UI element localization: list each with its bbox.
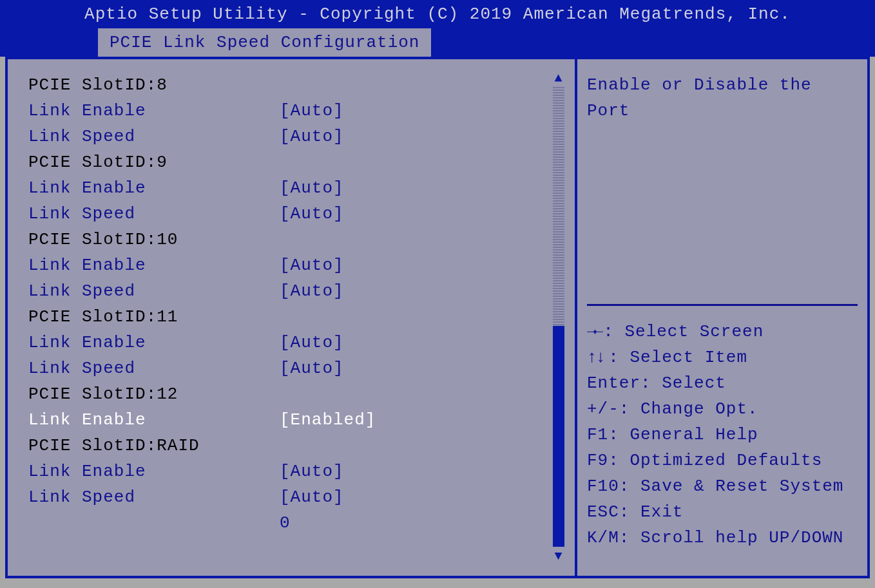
setting-row[interactable]: Link Enable[Auto] bbox=[28, 175, 549, 201]
help-divider bbox=[587, 304, 858, 306]
title-text: Aptio Setup Utility - Copyright (C) 2019… bbox=[84, 5, 791, 24]
setting-value: [Auto] bbox=[280, 256, 344, 275]
setting-label: Link Speed bbox=[28, 488, 280, 507]
main-area: PCIE SlotID:8Link Enable[Auto]Link Speed… bbox=[5, 57, 870, 578]
legend-f10: F10: Save & Reset System bbox=[587, 473, 858, 499]
legend-f1: F1: General Help bbox=[587, 422, 858, 448]
arrows-up-down-icon bbox=[587, 348, 608, 367]
arrows-left-right-icon bbox=[587, 322, 603, 341]
help-text: Enable or Disable the Port bbox=[587, 72, 858, 304]
setting-value: [Auto] bbox=[280, 281, 344, 301]
setting-row[interactable]: Link Enable[Auto] bbox=[28, 252, 549, 278]
setting-label: PCIE SlotID:12 bbox=[28, 384, 280, 404]
settings-panel: PCIE SlotID:8Link Enable[Auto]Link Speed… bbox=[8, 59, 577, 576]
setting-label: Link Enable bbox=[28, 101, 280, 120]
slot-header: PCIE SlotID:10 bbox=[28, 227, 549, 252]
setting-label: Link Speed bbox=[28, 204, 280, 223]
setting-label: PCIE SlotID:11 bbox=[28, 307, 280, 327]
scrollbar[interactable]: ▲ ▼ bbox=[549, 72, 568, 563]
setting-row[interactable]: 0 bbox=[28, 510, 549, 536]
setting-label: PCIE SlotID:9 bbox=[28, 153, 280, 172]
setting-row[interactable]: Link Enable[Auto] bbox=[28, 98, 549, 124]
legend-esc: ESC: Exit bbox=[587, 499, 858, 525]
help-panel: Enable or Disable the Port : Select Scre… bbox=[577, 59, 867, 576]
setting-row[interactable]: Link Speed[Auto] bbox=[28, 278, 549, 304]
setting-row[interactable]: Link Speed[Auto] bbox=[28, 124, 549, 149]
setting-label: Link Enable bbox=[28, 256, 280, 275]
help-line-1: Enable or Disable the bbox=[587, 75, 812, 95]
setting-value: [Enabled] bbox=[280, 410, 376, 430]
setting-value: [Auto] bbox=[280, 204, 344, 223]
setting-row[interactable]: Link Enable[Auto] bbox=[28, 459, 549, 484]
setting-label: Link Speed bbox=[28, 359, 280, 378]
scroll-track[interactable] bbox=[553, 86, 564, 547]
tab-bar: PCIE Link Speed Configuration bbox=[0, 28, 875, 57]
scroll-thumb[interactable] bbox=[553, 326, 564, 547]
tab-label: PCIE Link Speed Configuration bbox=[110, 33, 419, 52]
slot-header: PCIE SlotID:RAID bbox=[28, 433, 549, 459]
setting-row[interactable]: Link Speed[Auto] bbox=[28, 356, 549, 381]
legend-change-opt: +/-: Change Opt. bbox=[587, 396, 858, 422]
legend-select-screen: : Select Screen bbox=[587, 319, 858, 345]
setting-label: Link Enable bbox=[28, 333, 280, 352]
setting-value: [Auto] bbox=[280, 359, 344, 378]
setting-label: PCIE SlotID:10 bbox=[28, 230, 280, 249]
slot-header: PCIE SlotID:12 bbox=[28, 381, 549, 407]
legend-select-item: : Select Item bbox=[587, 345, 858, 370]
setting-label: Link Enable bbox=[28, 462, 280, 481]
title-bar: Aptio Setup Utility - Copyright (C) 2019… bbox=[0, 0, 875, 28]
scroll-down-icon[interactable]: ▼ bbox=[554, 550, 562, 563]
setting-value: 0 bbox=[280, 513, 291, 533]
setting-value: [Auto] bbox=[280, 101, 344, 120]
setting-row[interactable]: Link Speed[Auto] bbox=[28, 484, 549, 510]
setting-label: Link Speed bbox=[28, 127, 280, 146]
setting-value: [Auto] bbox=[280, 127, 344, 146]
setting-value: [Auto] bbox=[280, 488, 344, 507]
tab-pcie-link-speed[interactable]: PCIE Link Speed Configuration bbox=[97, 28, 432, 57]
setting-label: Link Speed bbox=[28, 281, 280, 301]
setting-row[interactable]: Link Enable[Enabled] bbox=[28, 407, 549, 433]
slot-header: PCIE SlotID:9 bbox=[28, 149, 549, 175]
setting-row[interactable]: Link Speed[Auto] bbox=[28, 201, 549, 227]
help-line-2: Port bbox=[587, 101, 630, 120]
scroll-up-icon[interactable]: ▲ bbox=[554, 72, 562, 85]
setting-label: Link Enable bbox=[28, 178, 280, 198]
legend-f9: F9: Optimized Defaults bbox=[587, 448, 858, 473]
setting-label: PCIE SlotID:8 bbox=[28, 75, 280, 95]
setting-value: [Auto] bbox=[280, 333, 344, 352]
slot-header: PCIE SlotID:11 bbox=[28, 304, 549, 330]
slot-header: PCIE SlotID:8 bbox=[28, 72, 549, 98]
setting-label: PCIE SlotID:RAID bbox=[28, 436, 280, 455]
legend-km: K/M: Scroll help UP/DOWN bbox=[587, 525, 858, 551]
setting-row[interactable]: Link Enable[Auto] bbox=[28, 330, 549, 356]
settings-list: PCIE SlotID:8Link Enable[Auto]Link Speed… bbox=[28, 72, 549, 563]
setting-value: [Auto] bbox=[280, 178, 344, 198]
legend-enter: Enter: Select bbox=[587, 370, 858, 396]
key-legend: : Select Screen : Select Item Enter: Sel… bbox=[587, 319, 858, 551]
setting-label: Link Enable bbox=[28, 410, 280, 430]
setting-value: [Auto] bbox=[280, 462, 344, 481]
